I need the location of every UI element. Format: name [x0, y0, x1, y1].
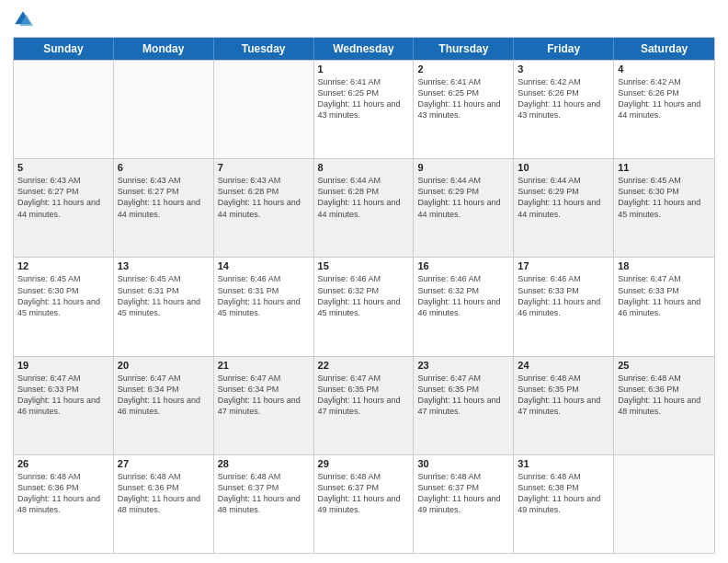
- day-cell-28: 28Sunrise: 6:48 AM Sunset: 6:37 PM Dayli…: [214, 455, 314, 553]
- logo: [13, 9, 37, 29]
- day-number: 16: [417, 260, 509, 271]
- day-cell-13: 13Sunrise: 6:45 AM Sunset: 6:31 PM Dayli…: [114, 258, 214, 355]
- day-info: Sunrise: 6:43 AM Sunset: 6:27 PM Dayligh…: [118, 175, 210, 220]
- day-cell-9: 9Sunrise: 6:44 AM Sunset: 6:29 PM Daylig…: [414, 159, 514, 257]
- day-info: Sunrise: 6:45 AM Sunset: 6:30 PM Dayligh…: [618, 175, 711, 220]
- day-header-thursday: Thursday: [414, 38, 514, 60]
- day-info: Sunrise: 6:48 AM Sunset: 6:37 PM Dayligh…: [218, 471, 310, 516]
- day-cell-14: 14Sunrise: 6:46 AM Sunset: 6:31 PM Dayli…: [214, 258, 314, 355]
- day-number: 12: [17, 260, 109, 271]
- day-number: 19: [17, 360, 109, 371]
- day-header-tuesday: Tuesday: [214, 38, 314, 60]
- day-number: 13: [118, 260, 210, 271]
- day-number: 21: [218, 360, 310, 371]
- calendar-week-1: 1Sunrise: 6:41 AM Sunset: 6:25 PM Daylig…: [14, 60, 714, 158]
- day-number: 7: [218, 162, 310, 173]
- day-number: 20: [118, 360, 210, 371]
- day-number: 6: [118, 162, 210, 173]
- day-info: Sunrise: 6:43 AM Sunset: 6:27 PM Dayligh…: [17, 175, 109, 220]
- day-info: Sunrise: 6:48 AM Sunset: 6:37 PM Dayligh…: [417, 471, 509, 516]
- day-cell-6: 6Sunrise: 6:43 AM Sunset: 6:27 PM Daylig…: [114, 159, 214, 257]
- day-cell-5: 5Sunrise: 6:43 AM Sunset: 6:27 PM Daylig…: [14, 159, 114, 257]
- day-number: 27: [118, 458, 210, 469]
- calendar-week-4: 19Sunrise: 6:47 AM Sunset: 6:33 PM Dayli…: [14, 356, 714, 454]
- day-info: Sunrise: 6:48 AM Sunset: 6:38 PM Dayligh…: [518, 471, 609, 516]
- calendar-week-3: 12Sunrise: 6:45 AM Sunset: 6:30 PM Dayli…: [14, 257, 714, 355]
- header: [13, 9, 715, 29]
- day-number: 11: [618, 162, 711, 173]
- day-info: Sunrise: 6:48 AM Sunset: 6:37 PM Dayligh…: [318, 471, 410, 516]
- day-info: Sunrise: 6:46 AM Sunset: 6:32 PM Dayligh…: [417, 273, 509, 318]
- day-number: 1: [318, 63, 410, 75]
- day-info: Sunrise: 6:46 AM Sunset: 6:31 PM Dayligh…: [218, 273, 310, 318]
- day-info: Sunrise: 6:46 AM Sunset: 6:32 PM Dayligh…: [318, 273, 410, 318]
- day-number: 3: [518, 63, 609, 75]
- day-cell-11: 11Sunrise: 6:45 AM Sunset: 6:30 PM Dayli…: [614, 159, 714, 257]
- day-info: Sunrise: 6:47 AM Sunset: 6:33 PM Dayligh…: [17, 373, 109, 418]
- day-cell-18: 18Sunrise: 6:47 AM Sunset: 6:33 PM Dayli…: [614, 258, 714, 355]
- empty-cell: [614, 455, 714, 553]
- calendar: SundayMondayTuesdayWednesdayThursdayFrid…: [13, 37, 715, 554]
- day-cell-25: 25Sunrise: 6:48 AM Sunset: 6:36 PM Dayli…: [614, 357, 714, 454]
- day-cell-26: 26Sunrise: 6:48 AM Sunset: 6:36 PM Dayli…: [14, 455, 114, 553]
- day-info: Sunrise: 6:41 AM Sunset: 6:25 PM Dayligh…: [318, 76, 410, 121]
- day-cell-8: 8Sunrise: 6:44 AM Sunset: 6:28 PM Daylig…: [314, 159, 415, 257]
- day-number: 14: [218, 260, 310, 271]
- day-cell-30: 30Sunrise: 6:48 AM Sunset: 6:37 PM Dayli…: [414, 455, 514, 553]
- day-number: 10: [518, 162, 609, 173]
- calendar-body: 1Sunrise: 6:41 AM Sunset: 6:25 PM Daylig…: [14, 60, 714, 553]
- day-info: Sunrise: 6:47 AM Sunset: 6:34 PM Dayligh…: [118, 373, 210, 418]
- day-info: Sunrise: 6:48 AM Sunset: 6:35 PM Dayligh…: [518, 373, 609, 418]
- day-info: Sunrise: 6:48 AM Sunset: 6:36 PM Dayligh…: [118, 471, 210, 516]
- day-cell-1: 1Sunrise: 6:41 AM Sunset: 6:25 PM Daylig…: [314, 61, 415, 158]
- day-cell-15: 15Sunrise: 6:46 AM Sunset: 6:32 PM Dayli…: [314, 258, 415, 355]
- page: SundayMondayTuesdayWednesdayThursdayFrid…: [0, 0, 728, 563]
- day-header-wednesday: Wednesday: [314, 38, 415, 60]
- day-cell-21: 21Sunrise: 6:47 AM Sunset: 6:34 PM Dayli…: [214, 357, 314, 454]
- day-header-monday: Monday: [114, 38, 214, 60]
- day-cell-27: 27Sunrise: 6:48 AM Sunset: 6:36 PM Dayli…: [114, 455, 214, 553]
- day-cell-20: 20Sunrise: 6:47 AM Sunset: 6:34 PM Dayli…: [114, 357, 214, 454]
- day-cell-12: 12Sunrise: 6:45 AM Sunset: 6:30 PM Dayli…: [14, 258, 114, 355]
- day-number: 23: [417, 360, 509, 371]
- day-info: Sunrise: 6:47 AM Sunset: 6:35 PM Dayligh…: [318, 373, 410, 418]
- day-number: 22: [318, 360, 410, 371]
- day-info: Sunrise: 6:44 AM Sunset: 6:29 PM Dayligh…: [417, 175, 509, 220]
- day-cell-2: 2Sunrise: 6:41 AM Sunset: 6:25 PM Daylig…: [414, 61, 514, 158]
- day-info: Sunrise: 6:45 AM Sunset: 6:31 PM Dayligh…: [118, 273, 210, 318]
- day-info: Sunrise: 6:46 AM Sunset: 6:33 PM Dayligh…: [518, 273, 609, 318]
- day-cell-7: 7Sunrise: 6:43 AM Sunset: 6:28 PM Daylig…: [214, 159, 314, 257]
- day-number: 5: [17, 162, 109, 173]
- empty-cell: [14, 61, 114, 158]
- calendar-week-2: 5Sunrise: 6:43 AM Sunset: 6:27 PM Daylig…: [14, 158, 714, 257]
- day-cell-17: 17Sunrise: 6:46 AM Sunset: 6:33 PM Dayli…: [514, 258, 614, 355]
- empty-cell: [214, 61, 314, 158]
- day-number: 8: [318, 162, 410, 173]
- day-info: Sunrise: 6:48 AM Sunset: 6:36 PM Dayligh…: [17, 471, 109, 516]
- day-cell-22: 22Sunrise: 6:47 AM Sunset: 6:35 PM Dayli…: [314, 357, 415, 454]
- day-number: 24: [518, 360, 609, 371]
- day-info: Sunrise: 6:41 AM Sunset: 6:25 PM Dayligh…: [417, 76, 509, 121]
- empty-cell: [114, 61, 214, 158]
- day-number: 31: [518, 458, 609, 469]
- calendar-header-row: SundayMondayTuesdayWednesdayThursdayFrid…: [14, 38, 714, 60]
- day-info: Sunrise: 6:42 AM Sunset: 6:26 PM Dayligh…: [518, 76, 609, 121]
- day-info: Sunrise: 6:42 AM Sunset: 6:26 PM Dayligh…: [618, 76, 711, 121]
- day-info: Sunrise: 6:47 AM Sunset: 6:33 PM Dayligh…: [618, 273, 711, 318]
- day-info: Sunrise: 6:43 AM Sunset: 6:28 PM Dayligh…: [218, 175, 310, 220]
- day-cell-16: 16Sunrise: 6:46 AM Sunset: 6:32 PM Dayli…: [414, 258, 514, 355]
- day-cell-23: 23Sunrise: 6:47 AM Sunset: 6:35 PM Dayli…: [414, 357, 514, 454]
- day-info: Sunrise: 6:48 AM Sunset: 6:36 PM Dayligh…: [618, 373, 711, 418]
- day-number: 30: [417, 458, 509, 469]
- day-info: Sunrise: 6:44 AM Sunset: 6:29 PM Dayligh…: [518, 175, 609, 220]
- day-number: 18: [618, 260, 711, 271]
- day-number: 9: [417, 162, 509, 173]
- day-header-saturday: Saturday: [614, 38, 714, 60]
- day-number: 2: [417, 63, 509, 75]
- day-cell-29: 29Sunrise: 6:48 AM Sunset: 6:37 PM Dayli…: [314, 455, 415, 553]
- day-cell-19: 19Sunrise: 6:47 AM Sunset: 6:33 PM Dayli…: [14, 357, 114, 454]
- day-cell-4: 4Sunrise: 6:42 AM Sunset: 6:26 PM Daylig…: [614, 61, 714, 158]
- day-number: 29: [318, 458, 410, 469]
- day-info: Sunrise: 6:47 AM Sunset: 6:34 PM Dayligh…: [218, 373, 310, 418]
- day-number: 28: [218, 458, 310, 469]
